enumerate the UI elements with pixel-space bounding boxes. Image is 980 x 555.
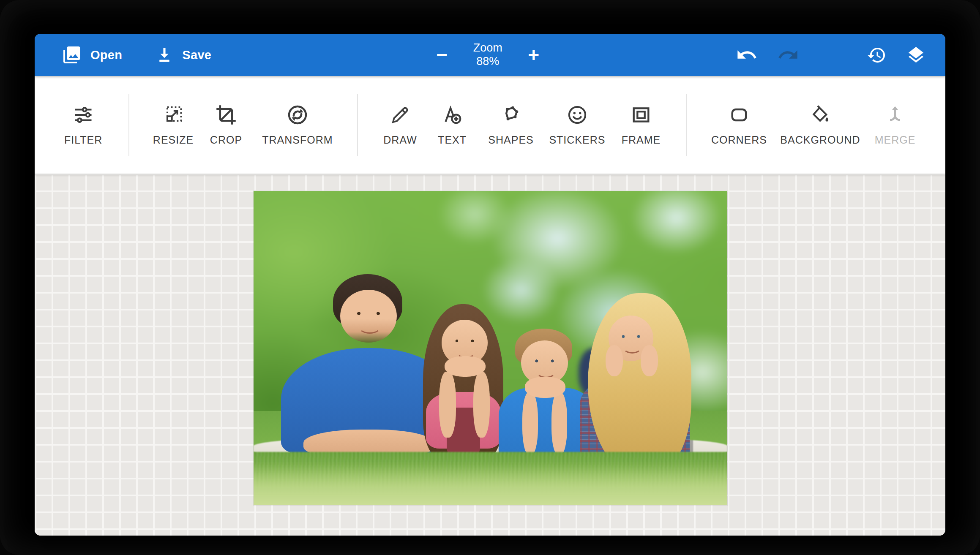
rounded-corners-icon: [728, 104, 750, 128]
editing-canvas[interactable]: [35, 174, 945, 536]
crop-icon: [215, 104, 237, 128]
tool-merge: MERGE: [846, 104, 944, 146]
paint-bucket-icon: [809, 104, 831, 128]
photo-family-in-park[interactable]: [254, 191, 727, 505]
tool-transform[interactable]: TRANSFORM: [249, 104, 346, 146]
photo-mother-hand: [641, 345, 658, 376]
photo-blurred-foreground: [254, 464, 727, 505]
tool-label: CORNERS: [711, 134, 767, 146]
redo-button: [777, 44, 799, 66]
zoom-controls: − Zoom 88% +: [433, 34, 543, 76]
zoom-value: 88%: [476, 55, 499, 68]
open-image-icon: [62, 45, 82, 65]
undo-button[interactable]: [736, 44, 758, 66]
photo-daughter-arm: [439, 372, 456, 438]
tools-bar: FILTER RESIZE CROP: [35, 76, 945, 174]
tool-label: FRAME: [622, 134, 661, 146]
tool-label: MERGE: [875, 134, 916, 146]
tool-label: TRANSFORM: [262, 134, 333, 146]
tool-label: CROP: [210, 134, 242, 146]
zoom-indicator: Zoom 88%: [473, 41, 502, 68]
history-actions: [736, 34, 926, 76]
zoom-in-button[interactable]: +: [524, 45, 543, 65]
tool-frame[interactable]: FRAME: [592, 104, 690, 146]
image-editor-window: Open Save − Zoom 88% +: [35, 34, 945, 536]
zoom-label: Zoom: [473, 41, 502, 55]
layers-button[interactable]: [906, 45, 926, 65]
photo-father-face: [340, 290, 396, 343]
open-button[interactable]: Open: [62, 45, 122, 65]
save-button[interactable]: Save: [155, 46, 211, 64]
save-download-icon: [155, 46, 174, 64]
add-text-icon: [441, 104, 463, 128]
photo-daughter-arm: [473, 372, 490, 438]
photo-mother-hand: [606, 345, 623, 376]
file-actions: Open Save: [62, 34, 211, 76]
tool-label: SHAPES: [488, 134, 533, 146]
save-label: Save: [182, 48, 211, 62]
polygon-icon: [500, 104, 522, 128]
zoom-out-button[interactable]: −: [433, 45, 451, 65]
photo-son-hands: [525, 377, 565, 397]
transform-icon: [287, 104, 308, 128]
smiley-icon: [566, 104, 588, 128]
frame-icon: [630, 104, 652, 128]
photo-son-arm: [522, 392, 538, 455]
history-clock-button[interactable]: [867, 45, 887, 65]
merge-icon: [884, 104, 906, 128]
open-label: Open: [90, 48, 122, 62]
photo-son-arm: [551, 392, 567, 455]
photo-daughter-hands: [445, 356, 486, 377]
toolbar-divider: [686, 94, 687, 156]
tool-filter[interactable]: FILTER: [35, 104, 132, 146]
header-bar: Open Save − Zoom 88% +: [35, 34, 945, 76]
filter-sliders-icon: [71, 104, 95, 128]
tool-label: FILTER: [64, 134, 102, 146]
